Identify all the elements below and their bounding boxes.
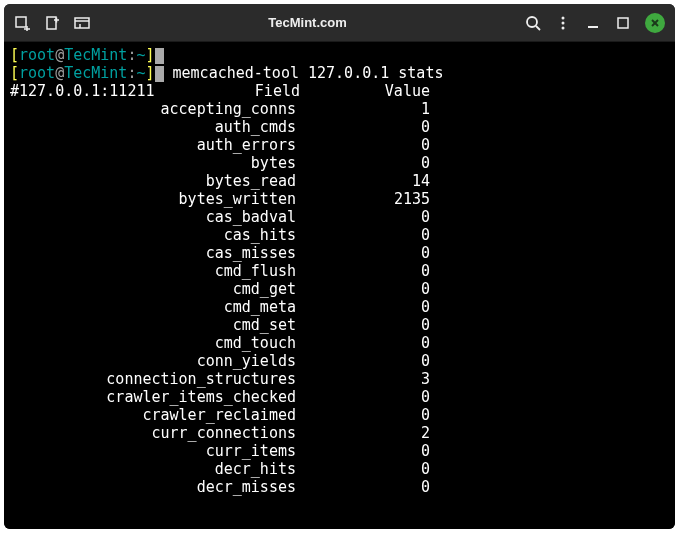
new-tab-icon[interactable] [14, 15, 30, 31]
stat-row: cmd_flush0 [10, 262, 669, 280]
stat-value: 0 [300, 118, 430, 136]
stat-row: auth_errors0 [10, 136, 669, 154]
prompt-at: @ [55, 46, 64, 64]
stats-list: accepting_conns1auth_cmds0auth_errors0by… [10, 100, 669, 496]
stat-row: bytes_written2135 [10, 190, 669, 208]
close-button[interactable] [645, 13, 665, 33]
stat-field: crawler_items_checked [10, 388, 300, 406]
stat-field: auth_cmds [10, 118, 300, 136]
svg-line-10 [536, 26, 540, 30]
stat-value: 0 [300, 478, 430, 496]
stat-row: conn_yields0 [10, 352, 669, 370]
stat-value: 0 [300, 334, 430, 352]
stat-field: bytes_read [10, 172, 300, 190]
menu-icon[interactable] [555, 15, 571, 31]
stat-row: cmd_meta0 [10, 298, 669, 316]
stat-field: conn_yields [10, 352, 300, 370]
terminal-window: TecMint.com [4, 4, 675, 529]
stat-row: cas_misses0 [10, 244, 669, 262]
cursor [155, 66, 164, 82]
stat-value: 0 [300, 280, 430, 298]
svg-point-13 [562, 26, 565, 29]
stat-value: 1 [300, 100, 430, 118]
stat-value: 0 [300, 226, 430, 244]
stat-field: cas_badval [10, 208, 300, 226]
stat-row: decr_misses0 [10, 478, 669, 496]
titlebar-left-controls [14, 15, 90, 31]
svg-rect-15 [618, 18, 628, 28]
stat-field: cas_hits [10, 226, 300, 244]
stat-value: 0 [300, 352, 430, 370]
titlebar: TecMint.com [4, 4, 675, 42]
maximize-icon[interactable] [615, 15, 631, 31]
bracket-close: ] [145, 46, 154, 64]
stat-row: cas_badval0 [10, 208, 669, 226]
stat-row: accepting_conns1 [10, 100, 669, 118]
stat-field: cmd_meta [10, 298, 300, 316]
prompt-line-2: [root@TecMint:~] memcached-tool 127.0.0.… [10, 64, 669, 82]
new-window-icon[interactable] [44, 15, 60, 31]
bracket-open: [ [10, 64, 19, 82]
stats-header-value: Value [300, 82, 430, 100]
stat-value: 0 [300, 406, 430, 424]
stat-field: decr_hits [10, 460, 300, 478]
stat-row: decr_hits0 [10, 460, 669, 478]
stat-field: bytes [10, 154, 300, 172]
bracket-open: [ [10, 46, 19, 64]
svg-point-11 [562, 16, 565, 19]
stat-value: 0 [300, 442, 430, 460]
terminal-body[interactable]: [root@TecMint:~] [root@TecMint:~] memcac… [4, 42, 675, 529]
stat-value: 0 [300, 460, 430, 478]
stat-value: 0 [300, 316, 430, 334]
stat-row: cmd_get0 [10, 280, 669, 298]
stat-row: crawler_items_checked0 [10, 388, 669, 406]
stat-value: 0 [300, 388, 430, 406]
stats-header-row: #127.0.0.1:11211 Field Value [10, 82, 669, 100]
stat-field: crawler_reclaimed [10, 406, 300, 424]
prompt-user: root [19, 64, 55, 82]
stats-header-field: Field [160, 82, 300, 100]
stat-row: curr_items0 [10, 442, 669, 460]
stat-row: cas_hits0 [10, 226, 669, 244]
stat-field: curr_connections [10, 424, 300, 442]
prompt-host: TecMint [64, 64, 127, 82]
window-title: TecMint.com [90, 15, 525, 30]
stat-field: cmd_touch [10, 334, 300, 352]
search-icon[interactable] [525, 15, 541, 31]
prompt-line-1: [root@TecMint:~] [10, 46, 669, 64]
stat-value: 0 [300, 262, 430, 280]
stat-value: 2135 [300, 190, 430, 208]
split-icon[interactable] [74, 15, 90, 31]
stat-field: cas_misses [10, 244, 300, 262]
minimize-icon[interactable] [585, 15, 601, 31]
stat-row: bytes0 [10, 154, 669, 172]
stat-value: 3 [300, 370, 430, 388]
stat-field: cmd_set [10, 316, 300, 334]
stat-field: auth_errors [10, 136, 300, 154]
stat-row: bytes_read14 [10, 172, 669, 190]
svg-rect-3 [47, 17, 56, 29]
stat-value: 14 [300, 172, 430, 190]
stat-value: 0 [300, 244, 430, 262]
stat-value: 0 [300, 154, 430, 172]
cursor [155, 48, 164, 64]
command-text: memcached-tool 127.0.0.1 stats [164, 64, 444, 82]
prompt-host: TecMint [64, 46, 127, 64]
titlebar-right-controls [525, 13, 665, 33]
stat-row: cmd_touch0 [10, 334, 669, 352]
stat-field: cmd_get [10, 280, 300, 298]
prompt-user: root [19, 46, 55, 64]
bracket-close: ] [145, 64, 154, 82]
stat-field: connection_structures [10, 370, 300, 388]
stat-field: cmd_flush [10, 262, 300, 280]
stat-field: bytes_written [10, 190, 300, 208]
stat-value: 0 [300, 208, 430, 226]
svg-rect-6 [75, 18, 89, 28]
stat-row: cmd_set0 [10, 316, 669, 334]
stat-value: 0 [300, 298, 430, 316]
stat-row: crawler_reclaimed0 [10, 406, 669, 424]
stat-value: 2 [300, 424, 430, 442]
stats-address: #127.0.0.1:11211 [10, 82, 160, 100]
stat-field: decr_misses [10, 478, 300, 496]
prompt-at: @ [55, 64, 64, 82]
